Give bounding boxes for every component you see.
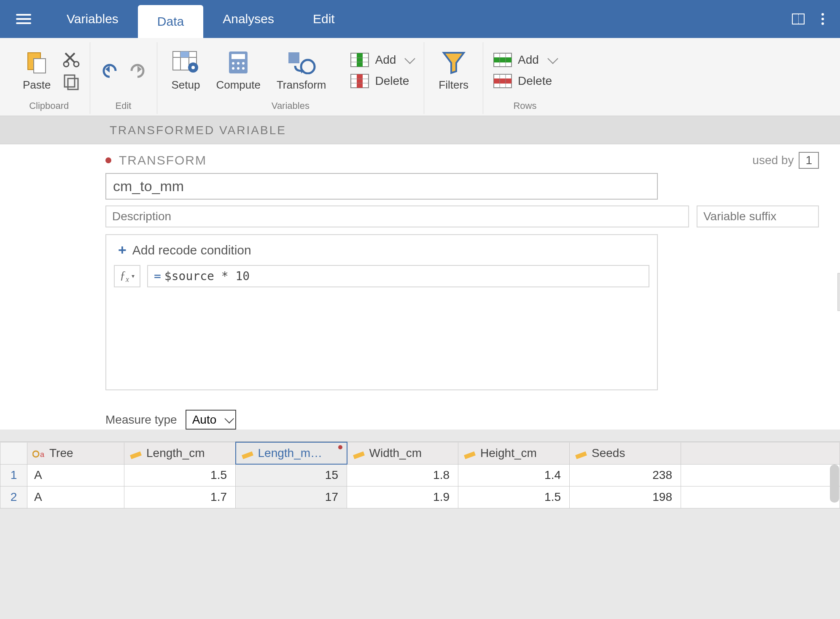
cell[interactable]: 1.7	[124, 486, 236, 508]
row-number[interactable]: 1	[0, 464, 27, 486]
svg-rect-45	[575, 451, 587, 459]
table-delete-row-icon	[493, 74, 512, 88]
used-by-count[interactable]: 1	[799, 152, 819, 169]
table-row[interactable]: 1 A 1.5 15 1.8 1.4 238	[0, 464, 840, 486]
funnel-icon	[442, 50, 466, 75]
table-row[interactable]: 2 A 1.7 17 1.9 1.5 198	[0, 486, 840, 508]
cell[interactable]: 1.5	[458, 486, 570, 508]
svg-point-18	[232, 67, 234, 70]
grid-header-row: a Tree Length_cm Length_m…	[0, 442, 840, 464]
setup-button[interactable]: Setup	[167, 47, 205, 94]
cell[interactable]: 1.8	[347, 464, 458, 486]
ribbon-group-filters: Filters	[424, 42, 483, 114]
fx-button[interactable]: ƒx ▾	[114, 265, 140, 287]
corner-cell	[0, 442, 27, 464]
redo-icon[interactable]	[127, 61, 147, 80]
column-header-length-mm[interactable]: Length_m…	[236, 442, 347, 464]
compute-button[interactable]: Compute	[212, 47, 265, 94]
tab-data[interactable]: Data	[138, 5, 203, 38]
formula-input[interactable]: =$source * 10	[147, 265, 649, 287]
svg-point-12	[191, 66, 195, 69]
undo-icon[interactable]	[100, 61, 120, 80]
transform-label: Transform	[277, 78, 326, 92]
modified-dot-icon	[338, 445, 342, 449]
transform-section-label: TRANSFORM	[119, 153, 207, 168]
kebab-menu-icon[interactable]	[817, 9, 828, 29]
menu-icon[interactable]	[0, 0, 47, 38]
svg-point-3	[74, 62, 79, 67]
svg-rect-28	[357, 74, 363, 88]
column-header-empty	[681, 442, 840, 464]
transform-button[interactable]: Transform	[272, 47, 331, 94]
column-header-width-cm[interactable]: Width_cm	[347, 442, 458, 464]
svg-point-15	[232, 62, 234, 65]
paste-label: Paste	[23, 78, 51, 92]
svg-rect-24	[357, 53, 363, 67]
cell[interactable]: 238	[570, 464, 681, 486]
chevron-down-icon	[547, 53, 558, 64]
ruler-icon	[353, 449, 365, 459]
equals-sign: =	[154, 269, 161, 283]
variable-suffix-input[interactable]	[697, 205, 819, 227]
ruler-icon	[575, 449, 587, 459]
cell[interactable]: 17	[236, 486, 347, 508]
svg-point-20	[242, 67, 245, 70]
tab-variables[interactable]: Variables	[47, 0, 138, 38]
used-by-label: used by	[752, 154, 794, 167]
column-header-tree[interactable]: a Tree	[27, 442, 124, 464]
svg-rect-36	[494, 78, 512, 84]
formula-body: $source * 10	[164, 269, 250, 283]
add-variable-button[interactable]: Add	[350, 53, 414, 67]
setup-icon	[172, 50, 199, 75]
svg-rect-41	[130, 451, 142, 459]
delete-row-button[interactable]: Delete	[493, 74, 557, 88]
cell[interactable]: 1.4	[458, 464, 570, 486]
filters-button[interactable]: Filters	[434, 47, 473, 94]
filters-label: Filters	[439, 78, 468, 92]
svg-point-39	[33, 451, 39, 457]
add-recode-button[interactable]: + Add recode condition	[114, 242, 649, 258]
paste-button[interactable]: Paste	[19, 47, 55, 94]
cell[interactable]: 15	[236, 464, 347, 486]
cell[interactable]: A	[27, 486, 124, 508]
cut-icon[interactable]	[63, 51, 80, 68]
ruler-icon	[241, 449, 254, 459]
collapse-handle[interactable]	[837, 273, 840, 311]
copy-icon[interactable]	[63, 73, 80, 90]
cell[interactable]: 198	[570, 486, 681, 508]
delete-row-label: Delete	[518, 74, 552, 88]
compute-icon	[226, 50, 250, 75]
measure-type-select[interactable]: Auto	[186, 410, 236, 430]
description-input[interactable]	[105, 205, 689, 227]
measure-type-label: Measure type	[105, 413, 177, 427]
cell[interactable]: 1.9	[347, 486, 458, 508]
ruler-icon	[463, 449, 476, 459]
svg-text:a: a	[40, 450, 45, 459]
add-recode-label: Add recode condition	[132, 243, 251, 257]
ribbon-group-edit: Edit	[90, 42, 157, 114]
cell[interactable]: A	[27, 464, 124, 486]
add-row-button[interactable]: Add	[493, 53, 557, 67]
sidepanel-toggle-icon[interactable]	[792, 14, 805, 24]
svg-rect-32	[494, 57, 512, 62]
vertical-scrollbar[interactable]	[830, 465, 839, 503]
tab-edit[interactable]: Edit	[293, 0, 354, 38]
svg-rect-42	[242, 451, 253, 459]
transform-icon	[287, 50, 316, 75]
panel-header: TRANSFORMED VARIABLE	[0, 116, 840, 144]
delete-variable-button[interactable]: Delete	[350, 74, 414, 88]
svg-point-16	[237, 62, 240, 65]
ribbon-group-variables: Setup Compute Transform Add	[157, 42, 425, 114]
column-header-seeds[interactable]: Seeds	[570, 442, 681, 464]
add-variable-label: Add	[375, 53, 396, 67]
top-menu-bar: Variables Data Analyses Edit	[0, 0, 840, 38]
cell[interactable]: 1.5	[124, 464, 236, 486]
row-number[interactable]: 2	[0, 486, 27, 508]
paste-icon	[24, 50, 49, 75]
tab-analyses[interactable]: Analyses	[203, 0, 293, 38]
column-header-length-cm[interactable]: Length_cm	[124, 442, 236, 464]
setup-label: Setup	[172, 78, 200, 92]
chevron-down-icon	[405, 53, 415, 64]
transform-name-input[interactable]	[105, 173, 658, 200]
column-header-height-cm[interactable]: Height_cm	[458, 442, 570, 464]
